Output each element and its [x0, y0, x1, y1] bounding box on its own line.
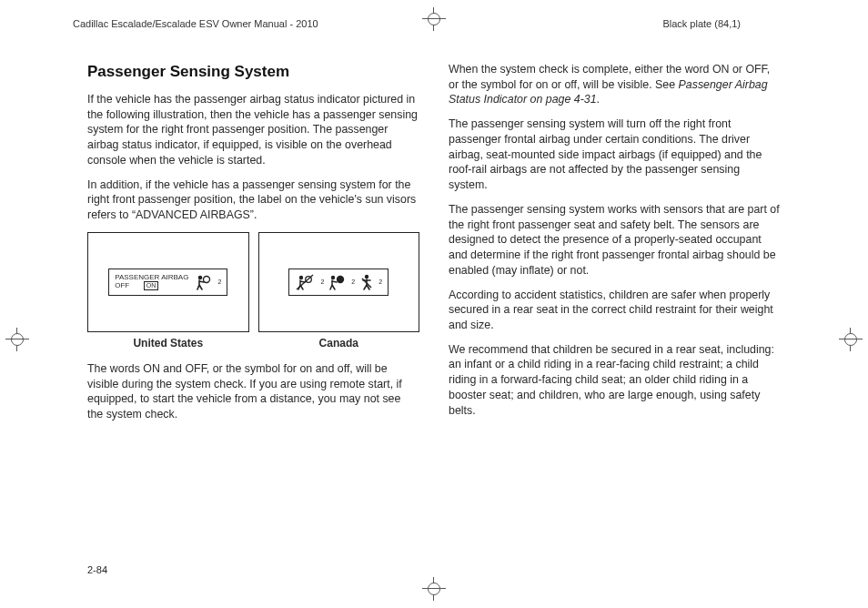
indicator-off-label: OFF — [115, 281, 129, 289]
svg-point-0 — [198, 276, 203, 280]
page-body: Passenger Sensing System If the vehicle … — [87, 62, 781, 544]
paragraph: If the vehicle has the passenger airbag … — [87, 92, 419, 168]
illustration-us-panel: PASSENGER AIRBAG OFF ON 2 — [87, 232, 249, 332]
text-run: . — [597, 93, 600, 106]
seated-person-airbag-icon — [194, 273, 212, 291]
paragraph: When the system check is complete, eithe… — [449, 62, 781, 107]
paragraph: In addition, if the vehicle has a passen… — [87, 177, 419, 223]
svg-point-7 — [365, 275, 368, 279]
icon-subscript: 2 — [217, 278, 221, 286]
paragraph: The passenger sensing system will turn o… — [449, 117, 781, 193]
illustration-row: PASSENGER AIRBAG OFF ON 2 — [87, 232, 419, 332]
page-number: 2-84 — [87, 564, 107, 575]
right-column: When the system check is complete, eithe… — [449, 62, 781, 544]
paragraph: The words ON and OFF, or the symbol for … — [87, 361, 419, 422]
svg-point-2 — [299, 276, 303, 279]
icon-subscript: 2 — [378, 278, 382, 286]
black-plate-label: Black plate (84,1) — [662, 18, 741, 29]
indicator-text: PASSENGER AIRBAG — [115, 274, 188, 282]
paragraph: We recommend that children be secured in… — [449, 342, 781, 419]
airbag-indicator-us: PASSENGER AIRBAG OFF ON 2 — [108, 269, 227, 296]
caption-us: United States — [87, 336, 249, 350]
icon-subscript: 2 — [320, 278, 324, 286]
caption-ca: Canada — [258, 336, 420, 350]
illustration-ca-panel: 2 2 2 — [258, 232, 420, 332]
airbag-off-icon — [295, 273, 317, 291]
register-mark-bottom — [422, 577, 446, 601]
register-mark-right — [839, 328, 863, 351]
section-heading: Passenger Sensing System — [87, 62, 419, 83]
left-column: Passenger Sensing System If the vehicle … — [87, 62, 419, 544]
airbag-indicator-ca: 2 2 2 — [288, 269, 389, 296]
seatbelt-person-icon — [358, 273, 375, 291]
indicator-on-label: ON — [144, 281, 159, 290]
airbag-on-icon — [328, 273, 348, 291]
icon-subscript: 2 — [351, 278, 355, 286]
register-mark-top — [422, 7, 446, 31]
illustration-captions: United States Canada — [87, 336, 419, 350]
svg-point-6 — [337, 276, 344, 283]
svg-point-5 — [331, 276, 335, 279]
svg-point-1 — [204, 276, 210, 282]
paragraph: The passenger sensing system works with … — [449, 202, 781, 279]
manual-title: Cadillac Escalade/Escalade ESV Owner Man… — [73, 18, 318, 29]
paragraph: According to accident statistics, childr… — [449, 288, 781, 333]
register-mark-left — [5, 328, 29, 351]
